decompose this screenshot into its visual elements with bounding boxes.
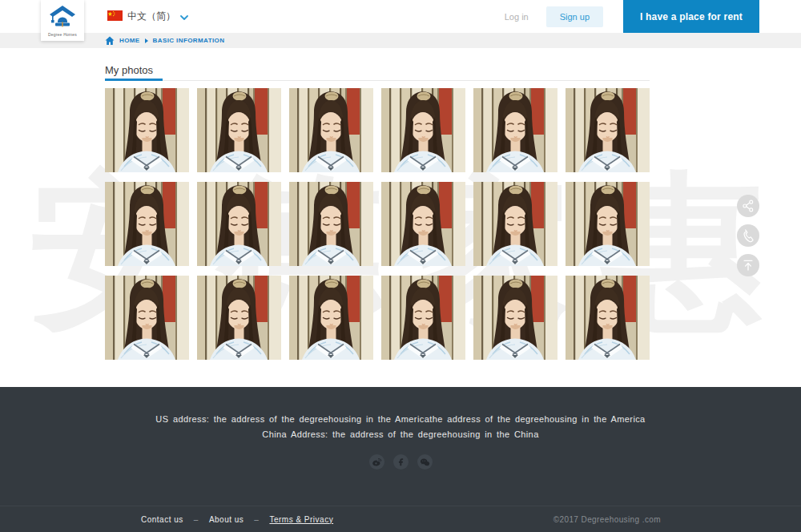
portrait-photo: [105, 182, 189, 266]
portrait-photo: [289, 182, 373, 266]
language-selector[interactable]: 中文（简）: [107, 0, 188, 33]
floating-toolbar: [737, 195, 759, 276]
photo-thumbnail[interactable]: [473, 182, 557, 266]
wechat-icon: [419, 456, 431, 468]
photo-thumbnail[interactable]: [566, 182, 650, 266]
portrait-photo: [473, 182, 557, 266]
header: Degree Homes 中文（简） Log in Sign up I have…: [0, 0, 801, 33]
home-icon[interactable]: [105, 36, 115, 46]
photo-thumbnail[interactable]: [381, 276, 465, 360]
photo-thumbnail[interactable]: [197, 276, 281, 360]
footer-link-terms-privacy[interactable]: Terms & Privacy: [269, 515, 333, 524]
portrait-photo: [473, 88, 557, 172]
portrait-photo: [473, 276, 557, 360]
logo[interactable]: Degree Homes: [41, 0, 84, 41]
portrait-photo: [197, 276, 281, 360]
facebook-icon: [395, 456, 407, 468]
share-icon: [741, 199, 755, 213]
back-to-top-icon: [741, 258, 755, 272]
title-divider: [105, 80, 650, 81]
china-flag-icon: [107, 10, 123, 24]
page-title: My photos: [105, 64, 153, 76]
photo-thumbnail[interactable]: [473, 276, 557, 360]
link-separator: –: [194, 515, 199, 524]
photo-thumbnail[interactable]: [105, 276, 189, 360]
photo-thumbnail[interactable]: [105, 88, 189, 172]
portrait-photo: [566, 182, 650, 266]
facebook-link[interactable]: [393, 454, 409, 470]
logo-label: Degree Homes: [48, 32, 77, 37]
photo-thumbnail[interactable]: [105, 182, 189, 266]
portrait-photo: [105, 88, 189, 172]
footer-nav: Contact us–About us–Terms & Privacy: [141, 506, 333, 532]
portrait-photo: [381, 182, 465, 266]
portrait-photo: [105, 276, 189, 360]
portrait-photo: [289, 88, 373, 172]
photo-grid: [105, 88, 650, 360]
footer: US address: the address of the degreehou…: [0, 387, 801, 532]
us-address: US address: the address of the degreehou…: [0, 414, 801, 424]
breadcrumb: HOME BASIC INFORMATION: [0, 33, 801, 48]
portrait-photo: [289, 276, 373, 360]
language-label: 中文（简）: [127, 10, 175, 23]
footer-divider: [0, 506, 801, 506]
header-actions: Log in Sign up I have a place for rent: [505, 0, 759, 33]
photo-thumbnail[interactable]: [197, 182, 281, 266]
portrait-photo: [566, 276, 650, 360]
photo-thumbnail[interactable]: [381, 88, 465, 172]
login-link[interactable]: Log in: [505, 12, 529, 22]
portrait-photo: [381, 276, 465, 360]
weibo-icon: [371, 456, 383, 468]
photo-thumbnail[interactable]: [289, 276, 373, 360]
photo-thumbnail[interactable]: [289, 88, 373, 172]
china-address: China Address: the address of the degree…: [0, 429, 801, 439]
degree-homes-logo-icon: [49, 5, 76, 30]
breadcrumb-home[interactable]: HOME: [119, 37, 140, 44]
copyright: ©2017 Degreehousing .com: [553, 506, 661, 532]
social-links: [0, 454, 801, 470]
photo-thumbnail[interactable]: [289, 182, 373, 266]
wechat-link[interactable]: [417, 454, 433, 470]
breadcrumb-arrow-icon: [145, 38, 148, 43]
photo-thumbnail[interactable]: [381, 182, 465, 266]
photo-thumbnail[interactable]: [197, 88, 281, 172]
photo-thumbnail[interactable]: [473, 88, 557, 172]
phone-button[interactable]: [737, 224, 759, 247]
portrait-photo: [566, 88, 650, 172]
title-accent-bar: [105, 79, 163, 81]
chevron-down-icon: [180, 10, 188, 24]
footer-link-contact-us[interactable]: Contact us: [141, 515, 183, 524]
signup-button[interactable]: Sign up: [546, 6, 603, 27]
back-to-top-button[interactable]: [737, 254, 759, 276]
portrait-photo: [197, 182, 281, 266]
main-content: 安德家惠 My photos: [0, 48, 801, 387]
portrait-photo: [381, 88, 465, 172]
phone-icon: [741, 228, 755, 243]
photo-thumbnail[interactable]: [566, 276, 650, 360]
weibo-link[interactable]: [369, 454, 384, 470]
portrait-photo: [197, 88, 281, 172]
photo-thumbnail[interactable]: [566, 88, 650, 172]
link-separator: –: [254, 515, 259, 524]
share-button[interactable]: [737, 195, 759, 217]
place-for-rent-button[interactable]: I have a place for rent: [623, 0, 759, 33]
footer-link-about-us[interactable]: About us: [209, 515, 244, 524]
breadcrumb-current: BASIC INFORMATION: [153, 37, 225, 44]
